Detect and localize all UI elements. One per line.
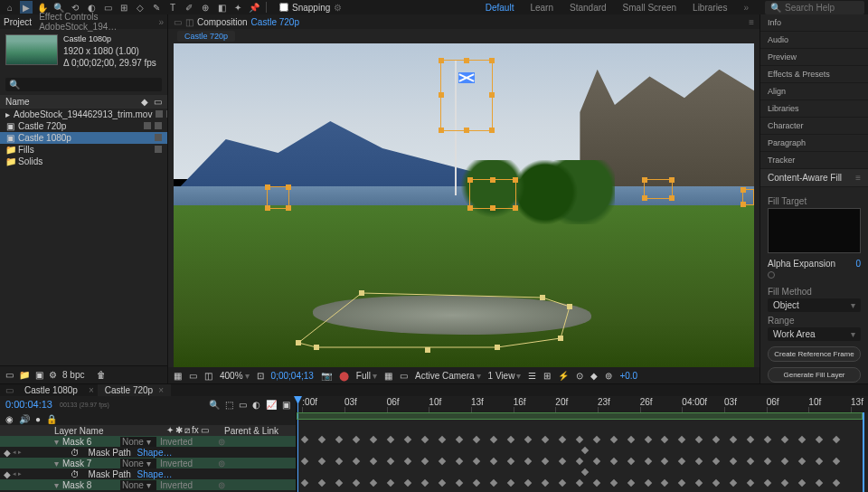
keyframe-track[interactable]: [297, 478, 868, 488]
search-help[interactable]: 🔍: [765, 1, 864, 14]
panel-menu-icon[interactable]: ≡: [855, 173, 861, 183]
project-item[interactable]: ▣Castle 1080p: [0, 132, 167, 144]
render-queue-icon[interactable]: ▭: [5, 385, 14, 395]
timeline-tab-720p[interactable]: Castle 720p×: [98, 384, 171, 396]
fast-preview-icon[interactable]: ⚡: [558, 371, 569, 381]
project-header-name[interactable]: Name: [5, 97, 30, 107]
workspace-libraries[interactable]: Libraries: [687, 1, 732, 14]
solo-icon[interactable]: ●: [35, 414, 41, 424]
frame-blend-icon[interactable]: ▭: [239, 400, 247, 410]
search-input[interactable]: [785, 3, 866, 13]
active-comp-tab[interactable]: Castle 720p: [177, 31, 235, 42]
new-comp-icon[interactable]: ▣: [35, 370, 43, 380]
panel-info[interactable]: Info: [760, 14, 868, 32]
workspace-learn[interactable]: Learn: [524, 1, 559, 14]
motion-blur-icon[interactable]: ◐: [252, 400, 260, 410]
keyframe-track[interactable]: [297, 467, 868, 478]
alpha-radio[interactable]: [768, 271, 775, 279]
keyframe-track[interactable]: [297, 423, 868, 434]
project-item[interactable]: ▣Castle 720p: [0, 120, 167, 132]
snapping-toggle[interactable]: Snapping ⚙: [279, 3, 342, 13]
label-col-icon[interactable]: ◆: [141, 97, 148, 107]
mask-icon[interactable]: ◫: [204, 371, 212, 381]
selection-tool-icon[interactable]: ▶: [20, 1, 33, 14]
trash-icon[interactable]: 🗑: [97, 370, 106, 380]
lock-icon[interactable]: 🔒: [46, 414, 57, 424]
res-icon[interactable]: ⊡: [257, 371, 264, 381]
keyframe-track[interactable]: [297, 488, 868, 492]
switch-col-icon[interactable]: ✦: [166, 425, 174, 436]
mask-property-row[interactable]: ◆◂ ▸⏱ Mask PathShape…: [0, 468, 296, 479]
selection-box-people[interactable]: [469, 179, 515, 208]
workspace-overflow-icon[interactable]: »: [738, 1, 754, 14]
tab-close-icon[interactable]: ×: [89, 385, 94, 395]
timeline-tab-1080p[interactable]: Castle 1080p: [17, 384, 85, 396]
bpc-indicator[interactable]: 8 bpc: [62, 370, 84, 380]
type-tool-icon[interactable]: T: [166, 1, 179, 14]
selection-box-right[interactable]: [742, 189, 754, 205]
shy-icon[interactable]: ⬚: [225, 400, 233, 410]
parent-header[interactable]: Parent & Link: [224, 426, 278, 436]
puppet-tool-icon[interactable]: 📌: [248, 1, 260, 14]
fill-method-dropdown[interactable]: Object▾: [768, 298, 861, 312]
view-opt-icon[interactable]: ☰: [528, 371, 536, 381]
layer-name-header[interactable]: Layer Name: [54, 426, 163, 436]
av-toggle-icon[interactable]: ◉: [5, 414, 14, 424]
keyframe-track[interactable]: [297, 434, 868, 445]
type-col-icon[interactable]: ▭: [154, 97, 162, 107]
keyframe-track[interactable]: [297, 456, 868, 467]
project-item[interactable]: ▸AdobeStock_194462913_trim.mov: [0, 109, 167, 120]
panel-menu-icon[interactable]: »: [158, 17, 164, 27]
pen-tool-icon[interactable]: ✎: [150, 1, 163, 14]
clone-tool-icon[interactable]: ⊕: [199, 1, 212, 14]
panel-tracker[interactable]: Tracker: [760, 152, 868, 169]
interpret-icon[interactable]: ▭: [5, 370, 14, 380]
brush-tool-icon[interactable]: ✐: [183, 1, 195, 14]
alpha-expansion-value[interactable]: 0: [855, 259, 861, 269]
transparency-icon[interactable]: ▦: [384, 371, 392, 381]
views-dropdown[interactable]: 1 View▾: [488, 371, 522, 381]
panel-paragraph[interactable]: Paragraph: [760, 135, 868, 152]
selection-box-van[interactable]: [644, 179, 673, 198]
channel-icon[interactable]: ⬤: [339, 371, 349, 381]
panel-audio[interactable]: Audio: [760, 32, 868, 49]
draft3d-icon[interactable]: ▣: [282, 400, 290, 410]
snapping-checkbox[interactable]: [279, 3, 288, 12]
workspace-small-screen[interactable]: Small Screen: [618, 1, 682, 14]
panel-character[interactable]: Character: [760, 118, 868, 135]
range-dropdown[interactable]: Work Area▾: [768, 327, 861, 341]
project-search[interactable]: 🔍: [5, 78, 162, 91]
snapshot-icon[interactable]: 📷: [321, 371, 332, 381]
composition-viewer[interactable]: [174, 43, 754, 367]
workspace-standard[interactable]: Standard: [564, 1, 612, 14]
flowchart-icon[interactable]: ◆: [590, 371, 598, 381]
mask-property-row[interactable]: ◆◂ ▸⏱ Mask PathShape…: [0, 447, 296, 458]
pixel-icon[interactable]: ⊞: [543, 371, 551, 381]
mask-row[interactable]: ▾Mask 7None ▾Inverted⊚: [0, 458, 296, 468]
camera-dropdown[interactable]: Active Camera▾: [415, 371, 481, 381]
grid-icon[interactable]: ▦: [174, 371, 182, 381]
region-icon[interactable]: ▭: [400, 371, 408, 381]
resolution-dropdown[interactable]: Full▾: [356, 371, 377, 381]
selection-box-flag[interactable]: [440, 60, 493, 131]
keyframe-track[interactable]: [297, 445, 868, 456]
eraser-tool-icon[interactable]: ◧: [215, 1, 228, 14]
timeline-icon[interactable]: ⊙: [576, 371, 583, 381]
panel-effects-presets[interactable]: Effects & Presets: [760, 66, 868, 83]
create-reference-frame-button[interactable]: Create Reference Frame: [768, 346, 861, 362]
composition-thumbnail[interactable]: [5, 34, 58, 65]
search-icon[interactable]: 🔍: [209, 400, 220, 410]
panel-preview[interactable]: Preview: [760, 49, 868, 66]
guides-icon[interactable]: ▭: [189, 371, 197, 381]
tab-project[interactable]: Project: [4, 17, 32, 27]
settings-icon[interactable]: ⚙: [49, 370, 57, 380]
panel-menu-icon[interactable]: ≡: [749, 17, 754, 27]
mask-row[interactable]: ▾Mask 8None ▾Inverted⊚: [0, 479, 296, 490]
home-icon[interactable]: ⌂: [4, 1, 16, 14]
mask-path-rocks[interactable]: [289, 293, 609, 358]
selection-box-left[interactable]: [267, 186, 290, 209]
project-item[interactable]: 📁Solids: [0, 156, 167, 167]
workspace-default[interactable]: Default: [480, 1, 520, 14]
roto-tool-icon[interactable]: ✦: [231, 1, 244, 14]
viewer-timecode[interactable]: 0;00;04;13: [271, 371, 314, 381]
